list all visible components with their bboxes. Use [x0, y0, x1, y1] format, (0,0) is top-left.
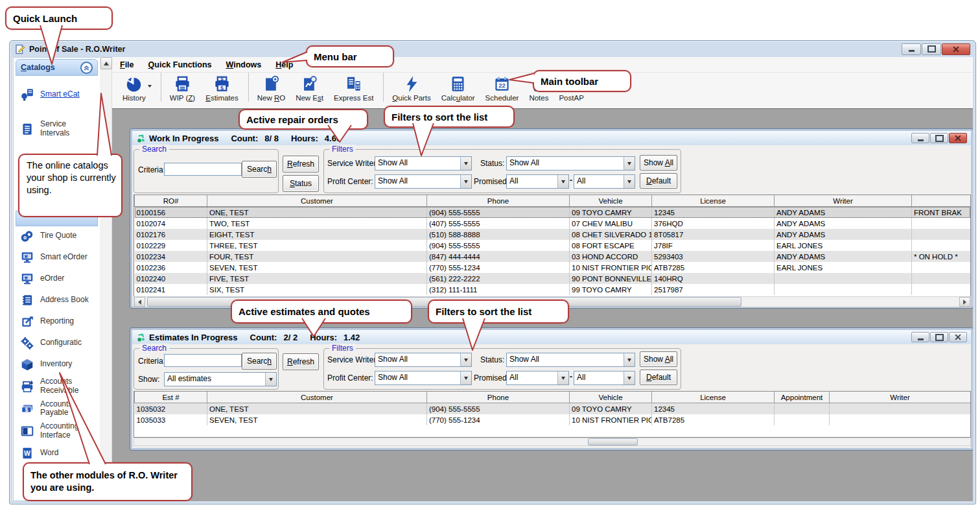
- table-row[interactable]: 0102229THREE, TEST (904) 555-555508 FORT…: [135, 240, 971, 251]
- promised-to-select[interactable]: All: [574, 174, 635, 189]
- refresh-button[interactable]: Refresh: [283, 353, 319, 370]
- app-title-bar[interactable]: Point of Sale - R.O.Writer: [10, 41, 975, 57]
- menu-item[interactable]: Windows: [226, 60, 261, 69]
- column-header[interactable]: Vehicle: [570, 195, 652, 207]
- sidebar-item[interactable]: Word: [16, 445, 97, 462]
- status-button[interactable]: Status: [283, 175, 319, 192]
- combo-arrow-icon[interactable]: [557, 175, 568, 188]
- combo-arrow-icon[interactable]: [460, 157, 471, 170]
- chevron-up-circle-icon[interactable]: [80, 62, 93, 74]
- profit-center-select[interactable]: Show All: [375, 174, 472, 189]
- criteria-input[interactable]: [164, 354, 242, 367]
- sidebar-item[interactable]: Smart eOrder: [16, 249, 97, 266]
- est-minimize-button[interactable]: [911, 332, 929, 342]
- toolbar-button[interactable]: Estimates: [200, 73, 244, 102]
- column-header[interactable]: License: [652, 195, 775, 207]
- default-button[interactable]: Default: [640, 370, 677, 385]
- service-writer-select[interactable]: Show All: [375, 156, 472, 171]
- sidebar-item[interactable]: Configuratic: [16, 335, 97, 351]
- table-row[interactable]: 0102234FOUR, TEST (847) 444-444403 HOND …: [135, 251, 971, 262]
- toolbar-button[interactable]: History: [117, 73, 151, 102]
- column-header[interactable]: Est #: [135, 392, 207, 403]
- status-select[interactable]: Show All: [506, 156, 635, 171]
- sidebar-item[interactable]: Service Intervals: [16, 120, 97, 138]
- column-header[interactable]: Appointment: [775, 392, 830, 403]
- search-button[interactable]: Search: [242, 353, 277, 370]
- column-header[interactable]: License: [652, 392, 775, 403]
- wip-title-bar[interactable]: Work In Progress Count: 8/ 8 Hours: 4.60: [132, 131, 971, 146]
- sidebar-item[interactable]: eOrder: [16, 270, 97, 287]
- table-row[interactable]: 0102074TWO, TEST (407) 555-555507 CHEV M…: [135, 218, 971, 229]
- scrollbar-thumb[interactable]: [588, 438, 638, 445]
- column-header[interactable]: Customer: [207, 195, 427, 207]
- wip-close-button[interactable]: [949, 133, 967, 143]
- maximize-button[interactable]: [922, 43, 941, 55]
- show-all-button[interactable]: Show All: [640, 155, 677, 171]
- scroll-left-button[interactable]: [134, 297, 145, 307]
- wip-restore-button[interactable]: [930, 133, 948, 143]
- combo-arrow-icon[interactable]: [557, 371, 568, 384]
- scroll-right-button[interactable]: [959, 297, 970, 307]
- sidebar-item[interactable]: Inventory: [16, 356, 97, 373]
- table-row[interactable]: 0100156ONE, TEST (904) 555-555509 TOYO C…: [135, 207, 971, 218]
- column-header[interactable]: Customer: [207, 392, 427, 403]
- combo-arrow-icon[interactable]: [460, 175, 471, 188]
- est-horizontal-scrollbar[interactable]: [134, 438, 971, 446]
- toolbar-button[interactable]: New Est: [290, 73, 329, 102]
- sidebar-item[interactable]: Reporting: [16, 313, 97, 330]
- show-select[interactable]: All estimates: [164, 372, 277, 386]
- table-row[interactable]: 1035033SEVEN, TEST (770) 555-123410 NIST…: [135, 414, 971, 425]
- close-button[interactable]: [942, 43, 970, 55]
- est-restore-button[interactable]: [930, 332, 948, 342]
- toolbar-button[interactable]: Calculator: [436, 73, 480, 102]
- column-header[interactable]: Writer: [830, 392, 971, 403]
- toolbar-button[interactable]: Scheduler: [480, 73, 524, 102]
- wip-minimize-button[interactable]: [911, 133, 929, 143]
- combo-arrow-icon[interactable]: [460, 371, 471, 384]
- promised-from-select[interactable]: All: [506, 174, 569, 189]
- status-select[interactable]: Show All: [506, 353, 635, 367]
- criteria-input[interactable]: [164, 163, 242, 176]
- est-close-button[interactable]: [949, 332, 967, 342]
- sidebar-item[interactable]: Accounts Receivable: [16, 377, 97, 395]
- est-title-bar[interactable]: Estimates In Progress Count: 2/ 2 Hours:…: [132, 330, 971, 345]
- column-header[interactable]: Phone: [427, 392, 570, 403]
- promised-from-select[interactable]: All: [506, 371, 569, 385]
- combo-arrow-icon[interactable]: [624, 157, 635, 170]
- toolbar-button[interactable]: WIP (Z): [161, 73, 200, 102]
- menu-item[interactable]: Quick Functions: [148, 60, 212, 69]
- sidebar-item[interactable]: Address Book: [16, 292, 97, 309]
- combo-arrow-icon[interactable]: [460, 353, 471, 366]
- sidebar-scrollbar[interactable]: [100, 57, 112, 500]
- menu-item[interactable]: Help: [275, 60, 293, 69]
- scroll-up-button[interactable]: [100, 57, 112, 69]
- show-all-button[interactable]: Show All: [640, 351, 677, 367]
- toolbar-button[interactable]: Express Est: [329, 73, 379, 102]
- profit-center-select[interactable]: Show All: [375, 371, 472, 385]
- combo-arrow-icon[interactable]: [624, 371, 635, 384]
- sidebar-item[interactable]: Smart eCat: [16, 86, 97, 103]
- sidebar-item[interactable]: Accounting Interface: [16, 422, 97, 440]
- toolbar-button[interactable]: Quick Parts: [383, 73, 436, 102]
- promised-to-select[interactable]: All: [574, 371, 635, 385]
- menu-item[interactable]: File: [120, 60, 134, 69]
- service-writer-select[interactable]: Show All: [375, 353, 472, 367]
- table-row[interactable]: 1035032ONE, TEST (904) 555-555509 TOYO C…: [135, 403, 971, 415]
- column-header[interactable]: Writer: [775, 195, 912, 207]
- table-row[interactable]: 0102241SIX, TEST (312) 111-111199 TOYO C…: [135, 284, 971, 295]
- column-header[interactable]: Vehicle: [570, 392, 652, 403]
- minimize-button[interactable]: [902, 43, 921, 55]
- refresh-button[interactable]: Refresh: [283, 156, 319, 172]
- catalogs-group-header[interactable]: Catalogs: [16, 59, 98, 76]
- column-header[interactable]: RO#: [135, 195, 207, 207]
- toolbar-button[interactable]: New RO: [248, 73, 290, 102]
- dropdown-arrow-icon[interactable]: [148, 85, 152, 88]
- column-header[interactable]: Phone: [427, 195, 570, 207]
- sidebar-item[interactable]: Tire Quote: [16, 228, 97, 244]
- table-row[interactable]: 0102176EIGHT, TEST (510) 588-888808 CHET…: [135, 229, 971, 240]
- table-row[interactable]: 0102236SEVEN, TEST (770) 555-123410 NIST…: [135, 262, 971, 273]
- table-row[interactable]: 0102240FIVE, TEST (561) 222-222290 PONT …: [135, 273, 971, 284]
- combo-arrow-icon[interactable]: [265, 373, 276, 386]
- combo-arrow-icon[interactable]: [624, 175, 635, 188]
- column-header[interactable]: [912, 195, 971, 207]
